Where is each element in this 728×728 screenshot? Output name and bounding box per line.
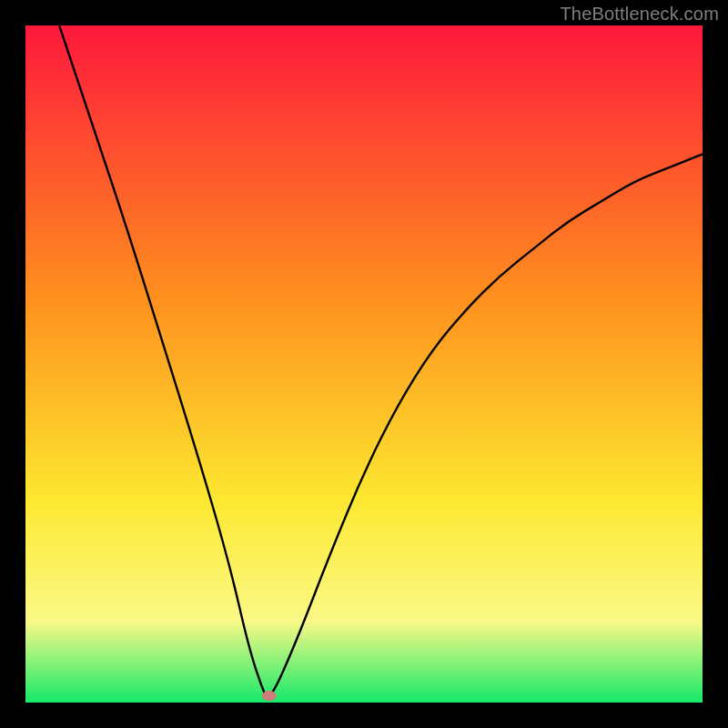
watermark-label: TheBottleneck.com <box>560 4 719 25</box>
gradient-background <box>25 25 703 703</box>
chart-frame: TheBottleneck.com <box>0 0 728 728</box>
bottleneck-chart <box>25 25 703 703</box>
plot-area <box>25 25 703 703</box>
minimum-marker <box>262 691 277 701</box>
